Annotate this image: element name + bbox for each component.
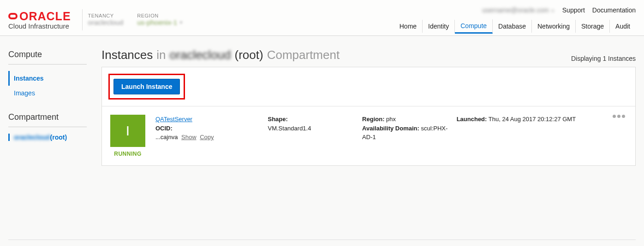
divider [82,9,83,30]
ocid-label: OCID: [155,125,173,132]
oracle-o-icon [8,13,18,19]
panel-header: Launch Instance [102,67,635,106]
col-name: QATestServer OCID: ...cajnva Show Copy [155,115,263,142]
header-right: username@oracle.com ▼ Support Documentat… [394,6,636,33]
sidebar-item-images[interactable]: Images [8,86,88,100]
more-icon [613,115,625,118]
ocid-show-link[interactable]: Show [181,134,197,141]
tab-identity[interactable]: Identity [423,20,455,33]
tab-storage[interactable]: Storage [576,20,610,33]
app-header: ORACLE Cloud Infrastructure TENANCY orac… [0,0,644,36]
instance-actions-menu[interactable] [609,115,628,118]
instance-row: I RUNNING QATestServer OCID: ...cajnva S… [102,106,635,165]
instances-panel: Launch Instance I RUNNING QATestServer O… [101,67,636,166]
sidebar: Compute Instances Images Compartment ora… [0,36,88,184]
sidebar-heading-compartment: Compartment [8,112,87,127]
launched-label: Launched: [457,116,487,123]
col-region: Region: phx Availability Domain: scul:PH… [362,115,452,142]
title-compartment-blur: oraclecloud [170,48,231,62]
oracle-text: ORACLE [19,10,71,23]
title-prefix: Instances [101,48,153,62]
sidebar-item-compartment[interactable]: oraclecloud (root) [8,134,88,141]
launch-highlight: Launch Instance [108,74,185,100]
col-launched: Launched: Thu, 24 Aug 2017 20:12:27 GMT [457,115,600,142]
tenancy-block[interactable]: TENANCY oraclecloud [88,13,124,26]
tenancy-value: oraclecloud [88,18,124,26]
page-title-row: Instances in oraclecloud (root) Compartm… [101,48,636,62]
oracle-logo: ORACLE [8,10,71,23]
instance-status: RUNNING [114,151,142,157]
tab-networking[interactable]: Networking [532,20,576,33]
support-link[interactable]: Support [562,6,585,14]
ocid-copy-link[interactable]: Copy [200,134,214,141]
brand-subtitle: Cloud Infrastructure [8,22,71,30]
instance-icon: I [110,115,145,147]
displaying-count: Displaying 1 Instances [571,55,636,62]
chevron-down-icon: ▼ [551,9,555,13]
instance-columns: QATestServer OCID: ...cajnva Show Copy S… [155,115,600,142]
main: Compute Instances Images Compartment ora… [0,36,644,184]
ocid-short: ...cajnva [155,134,178,141]
sidebar-item-instances[interactable]: Instances [8,71,88,86]
tab-home[interactable]: Home [394,20,423,33]
region-value: us-phoenix-1 ▼ [137,18,183,26]
tab-audit[interactable]: Audit [610,20,636,33]
footer-divider [8,240,636,240]
tenancy-label: TENANCY [88,13,124,18]
region-label: REGION [137,13,183,18]
title-compartment-word: Compartment [267,48,340,62]
title-in: in [156,48,166,62]
page-title: Instances in oraclecloud (root) Compartm… [101,48,340,62]
shape-value: VM.Standard1.4 [268,124,358,133]
user-menu[interactable]: username@oracle.com ▼ [482,6,555,14]
sidebar-heading-compute: Compute [8,50,87,64]
launched-value: Thu, 24 Aug 2017 20:12:27 GMT [489,116,576,123]
documentation-link[interactable]: Documentation [592,6,636,14]
title-root: (root) [235,48,263,62]
instance-icon-block: I RUNNING [109,115,146,157]
tenancy-region-block: TENANCY oraclecloud REGION us-phoenix-1 … [88,13,183,26]
region-label: Region: [362,116,384,123]
compartment-root-suffix: (root) [50,134,67,141]
region-value: phx [386,116,396,123]
launch-instance-button[interactable]: Launch Instance [113,79,180,94]
ad-label: Availability Domain: [362,125,419,132]
compartment-name-blur: oraclecloud [14,134,50,141]
tab-compute[interactable]: Compute [455,19,493,34]
instance-name-link[interactable]: QATestServer [155,116,192,123]
top-links: username@oracle.com ▼ Support Documentat… [482,6,636,14]
shape-label: Shape: [268,116,288,123]
region-block[interactable]: REGION us-phoenix-1 ▼ [137,13,183,26]
nav-tabs: Home Identity Compute Database Networkin… [394,19,636,33]
tab-database[interactable]: Database [493,20,532,33]
col-shape: Shape: VM.Standard1.4 [268,115,358,142]
content: Instances in oraclecloud (root) Compartm… [88,36,644,184]
chevron-down-icon: ▼ [179,20,183,25]
brand-logo: ORACLE Cloud Infrastructure [8,10,71,30]
